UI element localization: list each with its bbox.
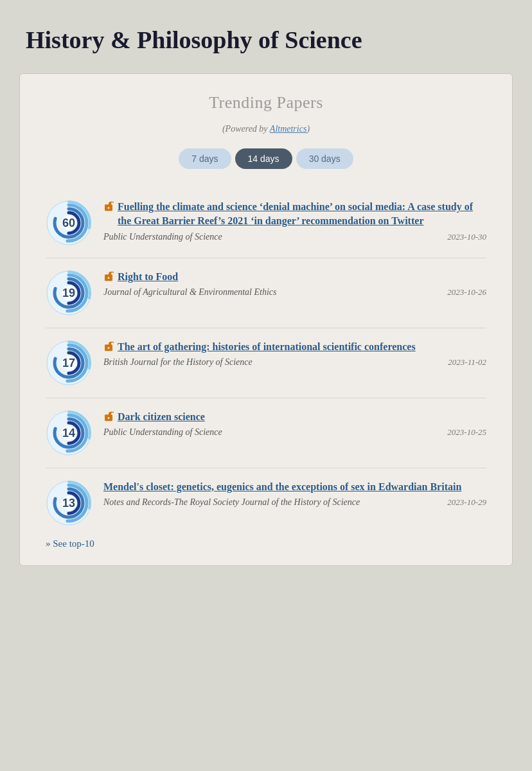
powered-by: (Powered by Altmetrics): [46, 124, 486, 134]
paper-content: Dark citizen sciencePublic Understanding…: [103, 410, 486, 438]
paper-item: 14Dark citizen sciencePublic Understandi…: [46, 398, 486, 468]
paper-date: 2023-10-30: [447, 232, 486, 242]
paper-journal: British Journal for the History of Scien…: [103, 357, 253, 368]
paper-content: Mendel's closet: genetics, eugenics and …: [103, 480, 486, 508]
paper-meta: British Journal for the History of Scien…: [103, 357, 486, 368]
paper-title-row: Dark citizen science: [103, 410, 486, 424]
tab-14d[interactable]: 14 days: [235, 148, 292, 169]
paper-title[interactable]: Fuelling the climate and science ‘denial…: [118, 200, 486, 229]
paper-list: 60Fuelling the climate and science ‘deni…: [46, 188, 486, 538]
paper-meta: Public Understanding of Science2023-10-2…: [103, 427, 486, 438]
paper-date: 2023-10-29: [447, 497, 486, 508]
open-access-icon: [103, 341, 114, 354]
paper-content: Right to FoodJournal of Agricultural & E…: [103, 270, 486, 297]
paper-item: 60Fuelling the climate and science ‘deni…: [46, 188, 486, 258]
paper-content: Fuelling the climate and science ‘denial…: [103, 200, 486, 242]
altmetric-badge: 13: [46, 480, 92, 526]
paper-title[interactable]: Mendel's closet: genetics, eugenics and …: [103, 480, 461, 494]
paper-item: 17The art of gathering: histories of int…: [46, 328, 486, 398]
badge-score: 17: [62, 357, 75, 370]
paper-title[interactable]: Right to Food: [118, 270, 178, 284]
altmetric-badge: 17: [46, 340, 92, 386]
paper-content: The art of gathering: histories of inter…: [103, 340, 486, 368]
paper-meta: Public Understanding of Science2023-10-3…: [103, 232, 486, 242]
altmetric-badge: 19: [46, 270, 92, 316]
open-access-icon: [103, 201, 114, 214]
paper-date: 2023-11-02: [448, 357, 486, 368]
card-title: Trending Papers: [46, 93, 486, 112]
paper-title-row: The art of gathering: histories of inter…: [103, 340, 486, 354]
see-top-10-link[interactable]: » See top-10: [46, 538, 94, 549]
badge-score: 60: [62, 217, 75, 230]
open-access-icon: [103, 411, 114, 424]
badge-score: 19: [62, 287, 75, 300]
trending-papers-card: Trending Papers (Powered by Altmetrics) …: [19, 73, 513, 566]
paper-title-row: Mendel's closet: genetics, eugenics and …: [103, 480, 486, 494]
badge-score: 14: [62, 427, 75, 440]
paper-item: 13Mendel's closet: genetics, eugenics an…: [46, 468, 486, 538]
paper-title[interactable]: Dark citizen science: [118, 410, 205, 424]
tab-7d[interactable]: 7 days: [179, 148, 231, 169]
paper-meta: Notes and Records-The Royal Society Jour…: [103, 497, 486, 508]
paper-meta: Journal of Agricultural & Environmental …: [103, 287, 486, 297]
paper-title-row: Right to Food: [103, 270, 486, 284]
paper-date: 2023-10-25: [447, 427, 486, 438]
paper-journal: Journal of Agricultural & Environmental …: [103, 287, 276, 297]
open-access-icon: [103, 271, 114, 284]
paper-journal: Public Understanding of Science: [103, 427, 222, 438]
paper-journal: Notes and Records-The Royal Society Jour…: [103, 497, 360, 508]
paper-title[interactable]: The art of gathering: histories of inter…: [118, 340, 416, 354]
paper-item: 19Right to FoodJournal of Agricultural &…: [46, 258, 486, 328]
tab-30d[interactable]: 30 days: [296, 148, 353, 169]
badge-score: 13: [62, 497, 75, 510]
altmetric-badge: 14: [46, 410, 92, 456]
paper-journal: Public Understanding of Science: [103, 232, 222, 242]
tab-group: 7 days14 days30 days: [46, 148, 486, 169]
altmetric-badge: 60: [46, 200, 92, 246]
paper-title-row: Fuelling the climate and science ‘denial…: [103, 200, 486, 229]
altmetrics-link[interactable]: Altmetrics: [270, 124, 307, 134]
page-title: History & Philosophy of Science: [19, 26, 513, 54]
paper-date: 2023-10-26: [447, 287, 486, 297]
